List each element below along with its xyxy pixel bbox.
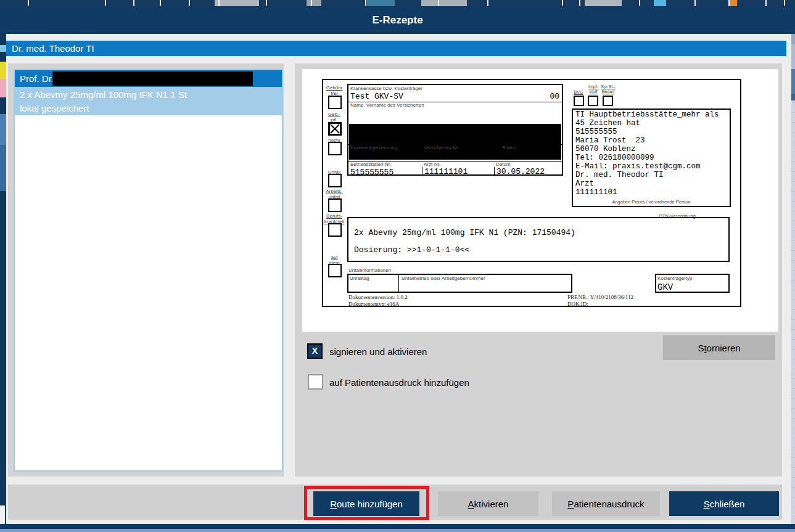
physician-header-bar: Dr. med. Theodor TI (6, 41, 786, 56)
patientenausdruck-button[interactable]: Patientenausdruck (552, 491, 660, 516)
kostentraegertyp-value: GKV (657, 282, 673, 292)
pzn-medication-line: 2x Abevmy 25mg/ml 100mg IFK N1 (PZN: 171… (354, 228, 575, 237)
kostentraegerkennung-label: Kostenträgerkennung (350, 145, 398, 150)
e-rezepte-dialog-screen: E-Rezepte Dr. med. Theodor TI Prof. Dr. … (0, 0, 795, 532)
insurer-code: 00 (550, 92, 559, 101)
doc-type: Dokumententyp: e16A (348, 301, 399, 308)
checkbox-patient-printout[interactable] (308, 374, 323, 390)
checkbox-geb-pfl (328, 122, 342, 136)
checkbox-berufskrankheit (328, 223, 342, 237)
kostentraegerkennung-value: 109500969 (350, 151, 393, 160)
checkbox-impfstoff (588, 96, 598, 106)
practice-caption: Angaben Praxis / verordnende Person (573, 199, 730, 205)
dialog-titlebar: E-Rezepte (0, 6, 795, 34)
practice-line: Arzt (575, 180, 594, 189)
unfalltag-label: Unfalltag (350, 276, 369, 281)
datum-label: Datum (496, 162, 511, 167)
versicherten-nr-label: Versicherten-Nr. (424, 145, 459, 150)
prescription-line2: lokal gespeichert (20, 102, 282, 115)
practice-line: 45 Zeichen hat (575, 120, 640, 128)
background-bottom-edge (0, 529, 795, 532)
sprst-bedarf-label: Spr.St.- Bedarf (601, 84, 616, 94)
bvg-label: BVG (571, 90, 586, 95)
payer-type-box: Kostenträgertyp GKV (655, 274, 730, 293)
status-label: Status (502, 145, 516, 150)
aktivieren-button[interactable]: Aktivieren (438, 491, 538, 516)
physician-name: Dr. med. Theodor TI (12, 43, 94, 54)
unfallbetrieb-label: Unfallbetrieb oder Arbeitgebernummer (402, 276, 485, 281)
pzn-prescription-box: 2x Abevmy 25mg/ml 100mg IFK N1 (PZN: 171… (347, 217, 730, 262)
betriebsstaetten-nr-value: 515555555 (350, 168, 393, 177)
fee-label-gebuehr-frei: Gebühr frei (323, 85, 345, 96)
arzt-nr-label: Arzt-Nr. (424, 162, 440, 167)
practice-line: TI Hauptbetriebsstätte_mehr als (575, 111, 719, 120)
betriebsstaetten-nr-label: Betriebsstätten-Nr. (350, 162, 391, 167)
checkbox-check-glyph: X (312, 346, 318, 356)
checkbox-sprst-bedarf (603, 96, 613, 106)
insurer-value: Test GKV-SV (350, 92, 403, 101)
impfstoff-label: Impf- stoff (586, 84, 601, 94)
prescription-list: Prof. Dr. 2 x Abevmy 25mg/ml 100mg IFK N… (14, 69, 283, 472)
prescription-list-panel: Prof. Dr. 2 x Abevmy 25mg/ml 100mg IFK N… (8, 63, 284, 477)
unfall-section-label: Unfallinformationen (348, 268, 391, 273)
insurer-label: Krankenkasse bzw. Kostenträger (350, 86, 422, 91)
background-toolbar-fragment (0, 0, 795, 6)
checkbox-aut-idem (328, 264, 342, 277)
dialog-bottom-border (0, 524, 795, 529)
redacted-patient-name (52, 72, 253, 86)
datum-value: 30.05.2022 (494, 167, 545, 176)
accident-info-box: Unfalltag Unfallbetrieb oder Arbeitgeber… (347, 274, 572, 293)
dok-id: DOK.ID: (567, 301, 588, 308)
practice-line: Dr. med. Theodor TI (575, 171, 664, 180)
prf-nr: PRF.NR.: Y/410/2108/36/112 (567, 294, 633, 301)
sign-and-activate-label: signieren und aktivieren (329, 346, 427, 357)
redacted-versicherten-nr (420, 150, 484, 160)
dialog-title: E-Rezepte (372, 14, 422, 26)
background-left-edge (0, 34, 6, 532)
practice-line: Tel: 026180000099 (575, 154, 654, 163)
status-value: 1 00 00 00 (500, 150, 551, 160)
checkbox-sign-and-activate[interactable]: X (307, 343, 323, 359)
insured-name-label: Name, Vorname des Versicherten (350, 102, 424, 108)
practice-line: 56070 Koblenz (575, 145, 636, 154)
list-item-patient-header[interactable]: Prof. Dr. (15, 70, 282, 87)
pzn-dosage-line: Dosierung: >>1-0-1-1-0<< (354, 245, 469, 255)
practice-line: 515555555 (575, 128, 617, 137)
practice-line: E-Mail: praxis.test@cgm.com (575, 163, 701, 171)
checkbox-bvg (574, 96, 584, 106)
background-right-edge (791, 34, 795, 532)
arzt-nr-value: 111111101 (422, 167, 468, 176)
practice-info-box: TI Hauptbetriebsstätte_mehr als 45 Zeich… (572, 108, 731, 207)
route-hinzufuegen-button[interactable]: Route hinzufügen (313, 491, 419, 516)
kostentraegertyp-label: Kostenträgertyp (657, 276, 692, 281)
prescription-line1: 2 x Abevmy 25mg/ml 100mg IFK N1 1 St (20, 88, 282, 102)
insured-data-box: Krankenkasse bzw. Kostenträger Test GKV-… (347, 84, 563, 176)
practice-line: Maria Trost 23 (575, 137, 645, 145)
list-item-prescription[interactable]: 2 x Abevmy 25mg/ml 100mg IFK N1 1 St lok… (15, 87, 282, 115)
schliessen-button[interactable]: Schließen (669, 491, 779, 516)
fee-label-geb-pfl: Geb.- pfl. (323, 112, 345, 123)
stornieren-button[interactable]: Stornieren (663, 335, 775, 360)
muster16-form: Gebühr frei Geb.- pfl. noctu Unfall Arbe… (322, 79, 741, 307)
doc-version: Dokumentenversion: 1.0.2 (348, 294, 408, 301)
patient-printout-label: auf Patientenausdruck hinzufügen (329, 377, 469, 388)
patient-name-prefix: Prof. Dr. (20, 73, 54, 84)
practice-line: 111111101 (575, 189, 617, 197)
checkbox-gebuehr-frei (328, 96, 342, 109)
checkbox-unfall (328, 174, 342, 187)
checkbox-noctu (328, 142, 342, 155)
checkbox-arbeitsunfall (328, 198, 342, 212)
